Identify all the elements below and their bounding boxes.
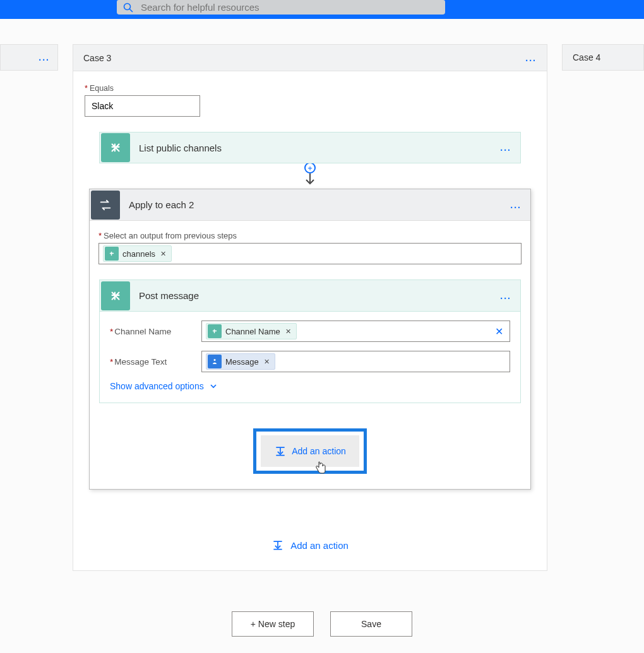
post-message-card: Post message ... Channel Name [99,279,521,403]
apply-to-each-title: Apply to each 2 [129,199,510,210]
add-action-label: Add an action [292,446,346,456]
token-channels[interactable]: channels ✕ [103,245,172,262]
bottom-button-row: + New step Save [0,611,644,645]
dynamic-content-icon [208,355,222,368]
apply-to-each-header[interactable]: Apply to each 2 ... [90,189,530,221]
case-title: Case 3 [83,53,111,63]
slack-icon [101,133,130,162]
save-button[interactable]: Save [330,611,412,637]
chevron-down-icon [209,382,218,391]
svg-point-4 [214,359,216,361]
add-action-button-outer[interactable]: Add an action [271,539,349,551]
new-step-label: + New step [251,619,295,629]
token-label: channels [122,249,155,259]
case-header: Case 3 ... [73,45,547,71]
case-lane: ... Case 3 ... Equals List public channe… [0,44,644,571]
add-action-icon [274,445,287,457]
case-card: Case 3 ... Equals List public channels .… [73,44,547,571]
spacer [0,19,644,44]
case-next-stub[interactable]: Case 4 [562,44,644,71]
cursor-hand-icon [314,461,326,474]
channel-name-row: Channel Name Channel Name ✕ [110,321,510,342]
apply-to-each-card: Apply to each 2 ... Select an output fro… [89,189,531,490]
search-box[interactable] [117,0,445,15]
token-channel-name[interactable]: Channel Name ✕ [206,323,297,339]
channel-name-label: Channel Name [110,327,201,336]
select-output-field[interactable]: channels ✕ [98,243,522,264]
equals-label: Equals [85,84,547,93]
select-output-label: Select an output from previous steps [98,231,522,240]
add-action-highlight: Add an action [253,428,367,474]
apply-to-each-menu-icon[interactable]: ... [510,200,522,210]
case-next-title: Case 4 [573,52,600,62]
post-message-title: Post message [139,290,500,301]
slack-icon [101,281,130,310]
step-menu-icon[interactable]: ... [500,143,511,153]
token-label: Message [225,357,259,367]
message-text-label: Message Text [110,357,201,367]
search-icon [123,3,133,13]
post-message-menu-icon[interactable]: ... [500,291,511,301]
new-step-button[interactable]: + New step [232,611,314,637]
search-input[interactable] [140,1,439,13]
slack-mini-icon [208,324,222,338]
add-between-icon[interactable]: + [304,162,316,174]
add-action-icon [271,539,284,551]
token-message[interactable]: Message ✕ [206,353,275,370]
case-prev-stub[interactable]: ... [0,44,58,71]
connector: + [304,163,316,186]
step-list-channels[interactable]: List public channels ... [99,132,521,163]
svg-line-1 [129,9,132,11]
add-action-button-inner[interactable]: Add an action [261,435,359,467]
top-bar [0,0,644,19]
equals-input[interactable] [85,95,200,117]
token-remove-icon[interactable]: ✕ [264,358,270,366]
advanced-label: Show advanced options [110,381,204,391]
token-remove-icon[interactable]: ✕ [160,250,166,258]
post-message-header[interactable]: Post message ... [100,280,520,312]
show-advanced-options[interactable]: Show advanced options [110,381,218,391]
channel-name-field[interactable]: Channel Name ✕ ✕ [201,321,510,342]
token-remove-icon[interactable]: ✕ [285,327,291,336]
message-text-row: Message Text Message ✕ [110,351,510,372]
token-label: Channel Name [225,327,280,336]
arrow-down-icon [304,174,316,186]
clear-field-icon[interactable]: ✕ [495,326,503,338]
slack-mini-icon [105,247,119,261]
case-menu-icon[interactable]: ... [525,53,537,63]
loop-icon [91,191,120,220]
ellipsis-icon[interactable]: ... [39,52,50,62]
step-title: List public channels [139,143,500,153]
save-label: Save [361,619,381,629]
add-action-label: Add an action [290,540,349,551]
message-text-field[interactable]: Message ✕ [201,351,510,372]
